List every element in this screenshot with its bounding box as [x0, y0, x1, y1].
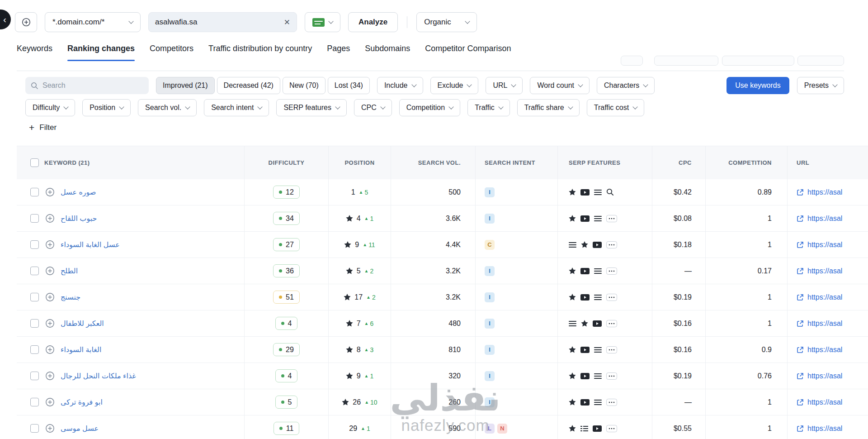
competition-filter-dropdown[interactable]: Competition: [399, 99, 460, 116]
use-keywords-button[interactable]: Use keywords: [726, 77, 789, 94]
add-keyword-icon[interactable]: [44, 239, 55, 250]
add-keyword-icon[interactable]: [44, 292, 55, 303]
tab-keywords[interactable]: Keywords: [17, 44, 52, 61]
difficulty-badge: 29: [273, 343, 300, 356]
collapse-panel-button[interactable]: ‹: [0, 10, 11, 29]
presets-dropdown[interactable]: Presets: [797, 77, 844, 94]
more-icon[interactable]: [606, 215, 617, 222]
serp-features-cell: [557, 232, 652, 258]
add-keyword-icon[interactable]: [44, 397, 55, 408]
row-checkbox[interactable]: [30, 319, 39, 328]
more-icon[interactable]: [606, 425, 617, 432]
clipped-control: [654, 56, 718, 66]
add-keyword-icon[interactable]: [44, 423, 55, 434]
keyword-link[interactable]: عسل الغابة السوداء: [61, 240, 120, 249]
country-dropdown[interactable]: [305, 12, 340, 32]
tab-competitor-comparison[interactable]: Competitor Comparison: [425, 44, 511, 61]
row-checkbox[interactable]: [30, 240, 39, 249]
chip-new[interactable]: New (70): [283, 77, 326, 94]
url-link[interactable]: https://asal: [807, 215, 842, 223]
position-change: ▲1: [361, 425, 370, 432]
url-link[interactable]: https://asal: [807, 372, 842, 380]
keyword-filter-search[interactable]: [25, 77, 149, 94]
traffic-share-filter-dropdown[interactable]: Traffic share: [517, 99, 580, 116]
chip-lost[interactable]: Lost (34): [328, 77, 370, 94]
search-intent-cell: I: [475, 179, 557, 205]
more-icon[interactable]: [606, 399, 617, 406]
row-checkbox[interactable]: [30, 372, 39, 380]
keyword-link[interactable]: غذاء ملكات النحل للرجال: [61, 372, 136, 380]
row-checkbox[interactable]: [30, 424, 39, 433]
characters-filter-dropdown[interactable]: Characters: [597, 77, 655, 94]
keyword-link[interactable]: حبوب اللقاح: [61, 214, 97, 223]
add-keyword-icon[interactable]: [44, 371, 55, 382]
external-link-icon: [797, 346, 804, 353]
more-icon[interactable]: [606, 320, 617, 327]
row-checkbox[interactable]: [30, 293, 39, 301]
tab-subdomains[interactable]: Subdomains: [365, 44, 410, 61]
intent-badge-i: I: [485, 266, 495, 276]
row-checkbox[interactable]: [30, 267, 39, 275]
keyword-link[interactable]: الطلح: [61, 267, 78, 275]
url-link[interactable]: https://asal: [807, 188, 842, 196]
report-type-dropdown[interactable]: Organic: [416, 12, 477, 32]
select-all-checkbox[interactable]: [30, 158, 39, 167]
url-link[interactable]: https://asal: [807, 241, 842, 249]
difficulty-filter-dropdown[interactable]: Difficulty: [25, 99, 75, 116]
traffic-cost-filter-dropdown[interactable]: Traffic cost: [587, 99, 644, 116]
url-link[interactable]: https://asal: [807, 320, 842, 328]
add-keyword-icon[interactable]: [44, 187, 55, 198]
more-icon[interactable]: [606, 241, 617, 248]
chip-improved[interactable]: Improved (21): [156, 77, 215, 94]
domain-search-field[interactable]: ✕: [148, 12, 297, 32]
more-icon[interactable]: [606, 346, 617, 353]
domain-search-input[interactable]: [155, 18, 280, 27]
serp-features-filter-dropdown[interactable]: SERP features: [276, 99, 347, 116]
tab-ranking-changes[interactable]: Ranking changes: [67, 44, 135, 61]
keyword-link[interactable]: صوره عسل: [61, 188, 96, 196]
row-checkbox[interactable]: [30, 398, 39, 406]
row-checkbox[interactable]: [30, 214, 39, 223]
clear-search-icon[interactable]: ✕: [284, 19, 290, 26]
search-intent-filter-dropdown[interactable]: Search intent: [204, 99, 269, 116]
keyword-link[interactable]: ابو فروة تركى: [61, 398, 103, 406]
add-project-button[interactable]: [15, 12, 37, 32]
url-link[interactable]: https://asal: [807, 346, 842, 354]
add-keyword-icon[interactable]: [44, 344, 55, 355]
saudi-arabia-flag-icon: [312, 18, 325, 27]
chip-decreased[interactable]: Decreased (42): [217, 77, 280, 94]
url-link[interactable]: https://asal: [807, 425, 842, 433]
search-intent-cell: I: [475, 363, 557, 389]
row-checkbox[interactable]: [30, 345, 39, 354]
keyword-link[interactable]: جنسنج: [61, 293, 80, 301]
keyword-filter-search-input[interactable]: [42, 81, 143, 90]
tab-pages[interactable]: Pages: [327, 44, 350, 61]
more-icon[interactable]: [606, 372, 617, 380]
exclude-filter-dropdown[interactable]: Exclude: [430, 77, 479, 94]
cpc-filter-dropdown[interactable]: CPC: [354, 99, 392, 116]
url-link[interactable]: https://asal: [807, 293, 842, 301]
position-filter-dropdown[interactable]: Position: [82, 99, 131, 116]
keyword-link[interactable]: عسل موسى: [61, 424, 99, 433]
keyword-link[interactable]: العكبر للاطفال: [61, 319, 104, 328]
chevron-down-icon: [498, 104, 503, 109]
add-filter-button[interactable]: + Filter: [29, 123, 57, 132]
add-keyword-icon[interactable]: [44, 213, 55, 224]
add-keyword-icon[interactable]: [44, 318, 55, 329]
url-link[interactable]: https://asal: [807, 398, 842, 406]
more-icon[interactable]: [606, 294, 617, 301]
url-filter-dropdown[interactable]: URL: [486, 77, 523, 94]
include-filter-dropdown[interactable]: Include: [377, 77, 423, 94]
add-keyword-icon[interactable]: [44, 266, 55, 277]
traffic-filter-dropdown[interactable]: Traffic: [467, 99, 510, 116]
search-vol-filter-dropdown[interactable]: Search vol.: [138, 99, 197, 116]
analyze-button[interactable]: Analyze: [348, 12, 398, 32]
tab-traffic-distribution-by-country[interactable]: Traffic distribution by country: [208, 44, 312, 61]
tab-competitors[interactable]: Competitors: [150, 44, 193, 61]
row-checkbox[interactable]: [30, 188, 39, 196]
word-count-filter-dropdown[interactable]: Word count: [530, 77, 590, 94]
more-icon[interactable]: [606, 267, 617, 275]
domain-scope-dropdown[interactable]: *.domain.com/*: [45, 12, 141, 32]
url-link[interactable]: https://asal: [807, 267, 842, 275]
keyword-link[interactable]: الغابة السوداء: [61, 345, 101, 354]
